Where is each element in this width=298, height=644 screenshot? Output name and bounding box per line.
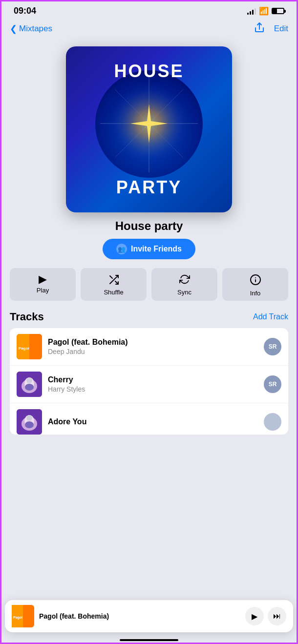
status-time: 09:04: [14, 6, 36, 16]
play-icon: ▶: [39, 274, 47, 285]
now-playing-play-button[interactable]: ▶: [245, 607, 264, 625]
track-name: Adore You: [48, 417, 258, 426]
share-button[interactable]: [254, 22, 265, 36]
play-button[interactable]: ▶ Play: [10, 268, 76, 301]
tracks-header: Tracks Add Track: [10, 311, 288, 323]
svg-text:Pagol: Pagol: [19, 346, 29, 351]
shuffle-button[interactable]: Shuffle: [81, 268, 147, 301]
sync-icon: [179, 274, 191, 287]
sync-label: Sync: [177, 289, 192, 296]
now-playing-controls: ▶ ⏭: [245, 607, 286, 625]
track-item[interactable]: Adore You: [10, 403, 288, 435]
battery-icon: [272, 8, 284, 14]
info-icon: [250, 274, 261, 288]
status-icons: 📶: [247, 6, 284, 16]
now-playing-skip-button[interactable]: ⏭: [268, 607, 286, 625]
wifi-icon: 📶: [259, 6, 269, 16]
now-playing-title: Pagol (feat. Bohemia): [39, 612, 240, 620]
invite-label: Invite Friends: [131, 245, 182, 253]
edit-button[interactable]: Edit: [274, 24, 288, 34]
status-bar: 09:04 📶: [0, 0, 298, 20]
sync-button[interactable]: Sync: [151, 268, 217, 301]
track-artist: Deep Jandu: [48, 348, 258, 355]
svg-point-22: [25, 421, 34, 428]
track-added-by: SR: [264, 338, 281, 355]
info-button[interactable]: Info: [222, 268, 288, 301]
nav-right: Edit: [254, 22, 288, 36]
invite-friends-button[interactable]: 👥 Invite Friends: [103, 239, 195, 259]
track-artwork-pagol: Pagol: [17, 334, 42, 359]
track-item[interactable]: Cherry Harry Styles SR: [10, 366, 288, 403]
track-artwork-adore: [17, 409, 42, 435]
svg-point-17: [25, 384, 34, 391]
action-buttons: ▶ Play Shuffle Sync: [0, 259, 298, 306]
back-chevron-icon: ❮: [10, 23, 17, 34]
track-name: Cherry: [48, 375, 258, 384]
track-list: Pagol Pagol (feat. Bohemia) Deep Jandu S…: [10, 328, 288, 435]
shuffle-label: Shuffle: [104, 289, 123, 296]
now-playing-info: Pagol (feat. Bohemia): [39, 612, 240, 620]
album-title-top: HOUSE: [114, 61, 184, 82]
shuffle-icon: [108, 274, 120, 287]
svg-point-16: [26, 377, 32, 383]
play-label: Play: [37, 287, 49, 294]
track-artist: Harry Styles: [48, 385, 258, 393]
signal-icon: [247, 8, 256, 15]
track-info: Cherry Harry Styles: [48, 375, 258, 393]
playlist-title: House party: [115, 219, 183, 233]
svg-text:Pagol: Pagol: [13, 616, 22, 620]
back-label: Mixtapes: [19, 24, 52, 34]
track-info: Pagol (feat. Bohemia) Deep Jandu: [48, 338, 258, 355]
album-container: HOUSE PARTY House party 👥 Invite Fri: [0, 42, 298, 259]
track-added-by-partial: [264, 413, 281, 431]
track-artwork-cherry: [17, 372, 42, 397]
album-title-bottom: PARTY: [116, 177, 182, 198]
nav-bar: ❮ Mixtapes Edit: [0, 20, 298, 42]
tracks-title: Tracks: [10, 311, 44, 323]
invite-icon: 👥: [116, 244, 127, 254]
home-indicator: [120, 639, 178, 641]
track-item[interactable]: Pagol Pagol (feat. Bohemia) Deep Jandu S…: [10, 328, 288, 366]
back-button[interactable]: ❮ Mixtapes: [10, 23, 52, 34]
album-artwork: HOUSE PARTY: [66, 46, 232, 212]
add-track-button[interactable]: Add Track: [253, 312, 288, 321]
track-info: Adore You: [48, 417, 258, 426]
now-playing-artwork: Pagol: [12, 605, 34, 627]
now-playing-bar[interactable]: Pagol Pagol (feat. Bohemia) ▶ ⏭: [5, 600, 293, 632]
tracks-section: Tracks Add Track Pagol Pagol (feat. Bohe…: [0, 306, 298, 436]
star-burst-icon: [90, 65, 208, 182]
svg-point-21: [26, 415, 32, 421]
track-added-by: SR: [264, 375, 281, 393]
track-name: Pagol (feat. Bohemia): [48, 338, 258, 347]
info-label: Info: [250, 290, 261, 297]
